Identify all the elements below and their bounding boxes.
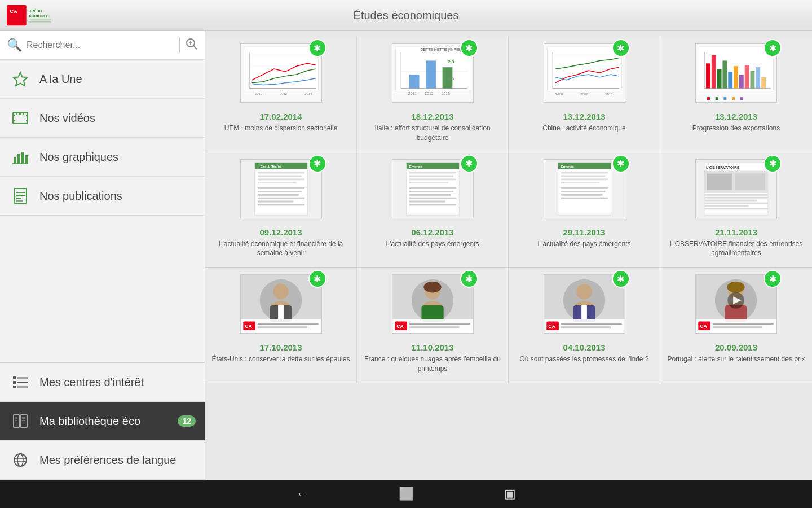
bar-chart-icon: [11, 148, 29, 166]
search-icon: 🔍: [7, 38, 22, 52]
item-date-7: 29.11.2013: [563, 227, 605, 237]
svg-rect-150: [704, 199, 757, 201]
content-area: CA: [205, 31, 812, 480]
item-title-8: L'OBSERVATOIRE financier des entreprises…: [666, 239, 806, 259]
content-item-7[interactable]: Emergis ✱: [509, 152, 660, 268]
svg-text:2,3: 2,3: [448, 59, 454, 64]
star-badge-10: ✱: [460, 270, 478, 288]
svg-text:2000: 2000: [555, 93, 563, 96]
svg-rect-93: [745, 65, 749, 88]
svg-rect-17: [16, 113, 17, 115]
svg-rect-87: [712, 55, 716, 89]
content-item-4[interactable]: ✱ 13.12.2013 Progression des exportation…: [660, 37, 812, 152]
svg-rect-107: [257, 175, 301, 177]
content-item-5[interactable]: Eco & Réalité: [205, 152, 357, 268]
svg-line-8: [194, 46, 197, 50]
home-button[interactable]: ⬜: [399, 487, 414, 501]
svg-text:CA: CA: [396, 323, 404, 329]
content-grid: 2010 2012 2014 ✱ 17.02.2014 UEM : moins …: [205, 37, 812, 383]
svg-rect-22: [21, 152, 24, 164]
star-badge-5: ✱: [308, 155, 326, 173]
item-title-5: L'actualité économique et financière de …: [211, 239, 351, 259]
svg-text:Eco & Réalité: Eco & Réalité: [260, 164, 281, 168]
globe-icon: [11, 451, 29, 469]
svg-rect-97: [707, 97, 710, 100]
svg-rect-106: [257, 172, 304, 173]
svg-rect-135: [561, 175, 604, 177]
thumb-container-1: 2010 2012 2014 ✱: [240, 43, 322, 107]
sidebar-item-label: A la Une: [39, 73, 82, 86]
search-input[interactable]: [27, 40, 175, 50]
sidebar-item-nos-graphiques[interactable]: Nos graphiques: [0, 138, 205, 177]
svg-rect-114: [257, 200, 293, 202]
thumb-container-12: CA ✱: [695, 274, 777, 338]
star-badge-3: ✱: [612, 39, 630, 57]
content-item-6[interactable]: Emergis: [357, 152, 509, 268]
svg-rect-129: [409, 204, 456, 205]
svg-rect-123: [409, 182, 448, 183]
svg-rect-149: [704, 196, 768, 198]
document-icon: [11, 187, 29, 205]
sidebar-item-a-la-une[interactable]: A la Une: [0, 60, 205, 99]
content-item-9[interactable]: CA ✱ 17.10.2013 États-Unis : conserver l…: [205, 268, 357, 383]
content-item-3[interactable]: 2000 2007 2013 ✱ 13.12.2013 Chine : acti…: [509, 37, 660, 152]
svg-rect-111: [257, 191, 301, 192]
item-title-12: Portugal : alerte sur le ralentissement …: [667, 354, 805, 364]
content-item-8[interactable]: L'OBSERVATOIRE: [660, 152, 812, 268]
svg-rect-15: [26, 115, 28, 116]
svg-rect-185: [561, 323, 621, 325]
content-item-11[interactable]: CA ✱ 04.10.2013 Où sont passées les prom…: [509, 268, 660, 383]
thumb-container-11: CA ✱: [544, 274, 625, 338]
svg-rect-13: [12, 115, 15, 116]
content-item-1[interactable]: 2010 2012 2014 ✱ 17.02.2014 UEM : moins …: [205, 37, 357, 152]
search-bar: 🔍: [0, 31, 205, 60]
svg-rect-89: [722, 60, 727, 88]
recent-button[interactable]: ▣: [504, 487, 516, 501]
item-date-4: 13.12.2013: [715, 112, 757, 121]
svg-rect-36: [14, 415, 19, 427]
content-item-10[interactable]: CA ✱ 11.10.2013 France : quelques nuages…: [357, 268, 509, 383]
item-date-8: 21.11.2013: [715, 227, 757, 237]
svg-rect-121: [409, 175, 453, 177]
item-title-10: France : quelques nuages après l'embelli…: [363, 354, 502, 374]
svg-point-178: [576, 284, 592, 299]
item-date-5: 09.12.2013: [259, 227, 302, 237]
sidebar-item-mes-preferences[interactable]: Mes préférences de langue: [0, 441, 205, 480]
svg-rect-95: [756, 67, 760, 88]
sidebar-item-label: Ma bibliothèque éco: [39, 415, 140, 428]
sidebar-item-nos-videos[interactable]: Nos vidéos: [0, 99, 205, 138]
svg-rect-164: [257, 326, 307, 328]
content-item-2[interactable]: 2011 2012 2013 DETTE NETTE (% PIB) 2,3 0…: [357, 37, 509, 152]
svg-text:2014: 2014: [304, 92, 312, 95]
svg-rect-148: [704, 194, 768, 195]
sidebar-item-ma-bibliotheque[interactable]: Ma bibliothèque éco 12: [0, 402, 205, 441]
svg-rect-138: [561, 187, 607, 189]
svg-rect-64: [426, 60, 436, 88]
film-icon: [11, 109, 29, 127]
svg-rect-63: [409, 75, 419, 89]
star-icon: [11, 70, 29, 88]
svg-rect-112: [257, 194, 299, 195]
svg-text:AGRICOLE: AGRICOLE: [29, 14, 49, 18]
svg-rect-199: [713, 326, 762, 328]
svg-text:CA: CA: [245, 323, 252, 329]
android-bar: ← ⬜ ▣: [0, 480, 812, 508]
content-item-12[interactable]: CA ✱ 20.09.2013 Portugal : alerte sur le…: [660, 268, 812, 383]
svg-rect-113: [257, 197, 304, 199]
item-date-12: 20.09.2013: [715, 343, 757, 352]
book-icon: [11, 412, 29, 430]
item-title-2: Italie : effort structurel de consolidat…: [363, 124, 502, 143]
svg-text:DETTE NETTE (% PIB): DETTE NETTE (% PIB): [420, 47, 461, 52]
item-title-9: États-Unis : conserver la dette sur les …: [212, 354, 350, 364]
sidebar-item-mes-centres[interactable]: Mes centres d'intérêt: [0, 363, 205, 402]
svg-text:CRÉDIT: CRÉDIT: [29, 8, 43, 13]
svg-rect-92: [739, 75, 744, 89]
advanced-search-icon[interactable]: [184, 37, 198, 54]
svg-point-44: [14, 454, 27, 466]
item-title-7: L'actualité des pays émergents: [537, 239, 630, 249]
svg-point-190: [727, 282, 744, 293]
back-button[interactable]: ←: [296, 487, 308, 501]
sidebar-item-nos-publications[interactable]: Nos publications: [0, 177, 205, 216]
thumb-container-6: Emergis: [392, 159, 474, 223]
item-date-1: 17.02.2014: [259, 112, 302, 121]
